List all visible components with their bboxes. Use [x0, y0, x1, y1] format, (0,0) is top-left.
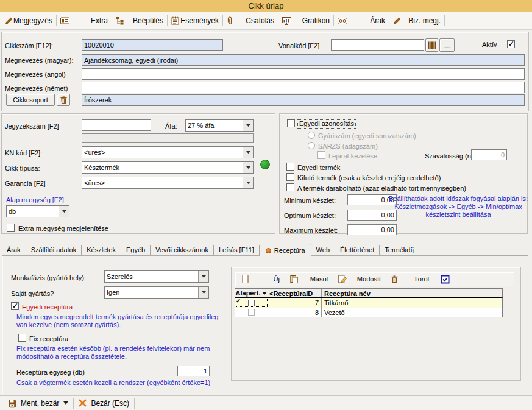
floppy-disk-icon — [8, 399, 16, 408]
sajat-gyartas-select[interactable]: Igen — [104, 286, 209, 299]
modify-receptura-button[interactable]: Módosít — [334, 273, 385, 285]
chevron-down-icon[interactable] — [243, 162, 253, 173]
close-button[interactable]: Bezár (Esc) — [74, 397, 134, 409]
toolbar-arak-button[interactable]: Árak — [334, 14, 389, 27]
toolbar-extra-button[interactable]: Extra — [57, 14, 112, 27]
receptura-egyseg-label: Receptúra egység (db) — [16, 369, 85, 376]
egyedi-azonositas-checkbox[interactable] — [287, 119, 295, 127]
vonalkod-browse-button[interactable]: ... — [439, 38, 455, 52]
garancia-select[interactable]: <üres> — [82, 177, 254, 189]
afa-select[interactable]: 27 % áfa — [185, 119, 254, 132]
table-row[interactable]: 7 Titkárnő — [235, 298, 503, 308]
sarzs-radio — [308, 142, 315, 149]
barcode-icon — [428, 41, 436, 49]
delete-receptura-button[interactable]: Töröl — [387, 273, 433, 285]
alap-egyseg-select[interactable]: db — [6, 205, 69, 217]
trash-icon — [391, 275, 398, 283]
megnevezes-nemet-input[interactable] — [82, 82, 525, 93]
column-label: Receptúra név — [324, 290, 371, 297]
copy-receptura-button[interactable]: Másol — [286, 273, 332, 285]
cikkcsoport-value-field[interactable]: Írószerek — [82, 94, 525, 106]
tab-web[interactable]: Web — [311, 245, 335, 256]
window-title: Cikk úrlap — [249, 1, 284, 10]
tab-leiras[interactable]: Leírás [F11] — [214, 245, 260, 256]
tab-arak[interactable]: Árak — [2, 245, 26, 256]
table-row[interactable]: 8 Vezető — [235, 308, 503, 317]
sort-icon — [262, 292, 267, 295]
save-close-button[interactable]: Ment, bezár — [3, 397, 73, 409]
megnevezes-magyar-input[interactable] — [82, 54, 525, 66]
toolbar-beepules-button[interactable]: Beépülés — [112, 14, 167, 27]
pencil-icon — [393, 16, 402, 25]
tab-strip: Árak Szállítói adatok Készletek Egyéb Ve… — [2, 243, 528, 256]
tab-receptura[interactable]: Receptúra — [260, 244, 311, 256]
chevron-down-icon[interactable] — [243, 147, 253, 158]
cikk-tipusa-label: Cikk típusa: — [5, 164, 40, 172]
toolbar-biz-megj-button[interactable]: Biz. megj. — [389, 14, 444, 27]
banknote-icon — [338, 18, 347, 24]
grid-cell-id[interactable]: 7 — [268, 298, 322, 308]
grid-header-alapert[interactable]: Alapért. — [235, 289, 268, 297]
cikkszam-input[interactable] — [82, 39, 223, 51]
alapert-checkbox[interactable] — [248, 300, 255, 306]
grid-cell-nev[interactable]: Titkárnő — [322, 298, 502, 308]
grid-header-recepturaid[interactable]: <ReceptúraID — [268, 289, 322, 297]
alapert-checkbox[interactable] — [248, 309, 255, 316]
kifuto-termek-checkbox[interactable] — [286, 173, 294, 181]
jegyzekszam-input[interactable] — [82, 119, 151, 131]
toolbar-megjegyzes-button[interactable]: Megjegyzés — [1, 14, 56, 27]
darabolhato-checkbox[interactable] — [286, 183, 294, 191]
select-checked-button[interactable] — [435, 273, 455, 285]
maximum-keszlet-input[interactable] — [347, 224, 397, 235]
tab-termekdij[interactable]: Termékdíj — [380, 245, 419, 256]
egyedi-receptura-checkbox[interactable] — [11, 302, 19, 310]
tab-label: Készletek — [87, 246, 116, 253]
chevron-down-icon[interactable] — [59, 206, 69, 217]
kn-kod-value: <üres> — [82, 147, 243, 158]
kn-kod-select[interactable]: <üres> — [82, 146, 254, 158]
tab-label: Szállítói adatok — [31, 246, 77, 253]
vonalkod-input[interactable] — [331, 39, 424, 51]
megnevezes-angol-input[interactable] — [82, 68, 525, 80]
footer-bar: Ment, bezár Bezár (Esc) — [0, 395, 532, 410]
alap-egyseg-label[interactable]: Alap m.egység [F2] — [6, 196, 64, 204]
tab-elettortenet[interactable]: Élettörténet — [335, 245, 380, 256]
trash-icon — [60, 96, 67, 104]
chevron-down-icon[interactable] — [243, 120, 253, 131]
new-receptura-button[interactable]: Új — [238, 273, 284, 285]
tab-egyeb[interactable]: Egyéb — [121, 245, 151, 256]
tab-keszletek[interactable]: Készletek — [82, 245, 121, 256]
toolbar-label: Grafikon — [302, 16, 330, 25]
tab-szallitoi-adatok[interactable]: Szállítói adatok — [26, 245, 82, 256]
munkafazis-select[interactable]: Szerelés — [104, 270, 209, 283]
grid-cell-alapert[interactable] — [235, 298, 268, 308]
receptura-egyseg-input[interactable] — [177, 366, 210, 376]
toolbar-esemenyek-button[interactable]: Események — [168, 14, 222, 27]
grid-cell-nev[interactable]: Vezető — [322, 308, 502, 317]
maximum-keszlet-label: Maximum készlet: — [284, 227, 338, 235]
fix-receptura-checkbox[interactable] — [18, 334, 26, 342]
toolbar-grafikon-button[interactable]: Grafikon — [278, 14, 333, 27]
cikk-tipusa-select[interactable]: Késztermék — [82, 161, 254, 174]
extra-egyseg-checkbox[interactable] — [7, 224, 15, 232]
chevron-down-icon[interactable] — [243, 177, 253, 188]
tab-vevoi-cikkszamok[interactable]: Vevői cikkszámok — [151, 245, 214, 256]
status-green-indicator — [260, 160, 270, 169]
extra-egyseg-label: Extra m.egység megjelenítése — [18, 225, 108, 233]
grid-cell-alapert[interactable] — [235, 308, 268, 317]
barcode-button[interactable] — [425, 38, 438, 52]
chevron-down-icon[interactable] — [198, 271, 208, 282]
dropdown-caret-icon[interactable] — [63, 401, 68, 405]
afa-label: Áfa: — [165, 122, 177, 130]
cikkcsoport-clear-button[interactable] — [57, 94, 70, 106]
chevron-down-icon[interactable] — [198, 287, 208, 298]
tab-label: Web — [316, 246, 330, 253]
aktiv-checkbox[interactable] — [507, 40, 515, 48]
egyedi-termek-checkbox[interactable] — [286, 163, 294, 171]
cikkcsoport-button[interactable]: Cikkcsoport — [6, 94, 55, 106]
grid-header-receptura-nev[interactable]: Receptúra név — [322, 289, 502, 297]
toolbar-csatolas-button[interactable]: Csatolás — [223, 14, 278, 27]
optimum-keszlet-label: Optimum készlet: — [284, 212, 336, 220]
grid-cell-id[interactable]: 8 — [268, 308, 322, 317]
cikk-tipusa-value: Késztermék — [82, 162, 243, 173]
